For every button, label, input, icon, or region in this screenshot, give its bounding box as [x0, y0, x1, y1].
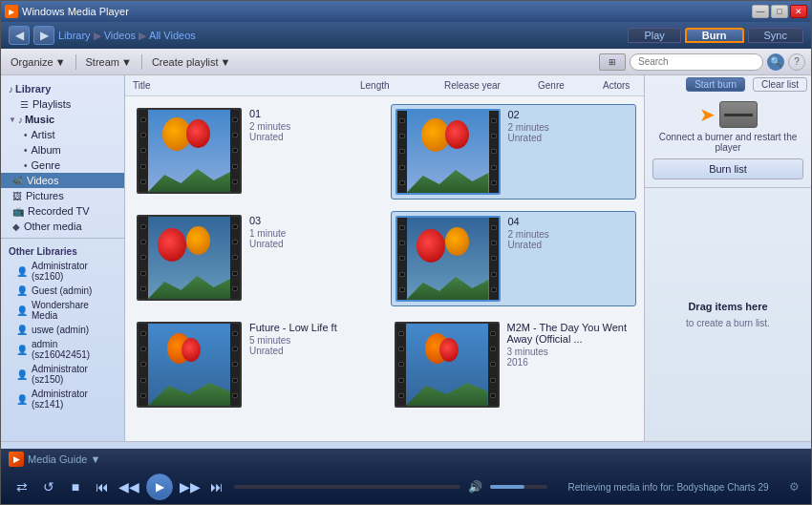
breadcrumb-library[interactable]: Library [58, 30, 91, 41]
forward-button[interactable]: ▶ [33, 26, 54, 45]
play-tab[interactable]: Play [628, 28, 680, 43]
sidebar-item-artist[interactable]: • Artist [1, 127, 124, 142]
sidebar-item-wondershare[interactable]: 👤 Wondershare Media [1, 298, 124, 323]
artist-icon: • [24, 130, 28, 140]
film-image-2 [407, 111, 489, 193]
film-hole [140, 347, 146, 351]
stream-button[interactable]: Stream ▼ [82, 54, 136, 70]
film-hole [399, 134, 405, 138]
burn-connect-area: ➤ Connect a burner and restart the playe… [645, 94, 811, 188]
create-playlist-button[interactable]: Create playlist ▼ [148, 54, 235, 70]
main-content: ♪ Library ☰ Playlists ▼ ♪ Music • Artist… [1, 75, 811, 441]
burn-list-button[interactable]: Burn list [652, 158, 803, 179]
prev-frame-button[interactable]: ◀◀ [119, 477, 139, 496]
sidebar-item-album[interactable]: • Album [1, 142, 124, 158]
clear-list-button[interactable]: Clear list [753, 77, 807, 92]
scrollbar-horizontal[interactable] [1, 441, 811, 449]
col-actors[interactable]: Actors [603, 80, 644, 91]
admin-sz150-label: Administrator (sz150) [32, 364, 117, 385]
sidebar-item-library[interactable]: ♪ Library [1, 79, 124, 96]
sync-tab[interactable]: Sync [748, 28, 803, 43]
burn-tab[interactable]: Burn [685, 28, 744, 43]
sidebar-item-videos[interactable]: 📹 Videos [1, 173, 124, 188]
maximize-button[interactable]: □ [771, 5, 788, 18]
balloon-2 [445, 120, 469, 149]
mute-icon[interactable]: 🔊 [468, 480, 482, 494]
film-holes-left-4 [397, 218, 407, 300]
video-item-5[interactable]: Future - Low Life ft 5 minutes Unrated [133, 318, 379, 411]
pictures-icon: 🖼 [12, 191, 22, 201]
breadcrumb-all-videos[interactable]: All Videos [149, 30, 196, 41]
minimize-button[interactable]: — [752, 5, 769, 18]
media-guide-bar: ▶ Media Guide ▼ [1, 449, 811, 470]
app-icon: ▶ [5, 5, 18, 18]
film-hole [399, 287, 405, 292]
sidebar-item-music[interactable]: ▼ ♪ Music [1, 112, 124, 127]
shuffle-button[interactable]: ⇄ [12, 477, 32, 496]
sidebar-item-playlists[interactable]: ☰ Playlists [1, 96, 124, 112]
video-meta-4: 2 minutes Unrated [508, 229, 632, 250]
person-icon-1: 👤 [16, 266, 28, 277]
admin-sz160-label: Administrator (sz160) [32, 261, 117, 282]
music-icon: ♪ [18, 115, 23, 125]
video-item-6[interactable]: M2M - The Day You Went Away (Official ..… [391, 318, 637, 411]
toolbar: Organize ▼ Stream ▼ Create playlist ▼ ⊞ … [1, 49, 811, 75]
volume-slider[interactable] [490, 485, 547, 489]
repeat-button[interactable]: ↺ [39, 477, 58, 496]
view-options-button[interactable]: ⊞ [599, 53, 626, 71]
start-burn-button[interactable]: Start burn [686, 77, 745, 92]
col-length[interactable]: Length [360, 80, 437, 91]
col-release[interactable]: Release year [444, 80, 530, 91]
film-hole [490, 347, 496, 351]
sidebar-item-uswe[interactable]: 👤 uswe (admin) [1, 323, 124, 337]
sidebar-item-guest[interactable]: 👤 Guest (admin) [1, 284, 124, 298]
progress-bar[interactable] [234, 485, 460, 489]
help-button[interactable]: ? [788, 53, 805, 71]
video-item-3[interactable]: 03 1 minute Unrated [133, 211, 379, 306]
sidebar-item-genre[interactable]: • Genre [1, 158, 124, 173]
settings-icon[interactable]: ⚙ [789, 480, 800, 494]
video-info-2: 02 2 minutes Unrated [508, 109, 632, 143]
film-hole [232, 393, 238, 398]
other-libraries-header[interactable]: Other Libraries [1, 242, 124, 259]
burner-icon-group: ➤ [699, 101, 758, 128]
back-button[interactable]: ◀ [9, 26, 30, 45]
organize-button[interactable]: Organize ▼ [7, 54, 70, 70]
next-frame-button[interactable]: ▶▶ [181, 477, 200, 496]
video-item-2[interactable]: 02 2 minutes Unrated [391, 104, 637, 200]
media-guide-button[interactable]: Media Guide ▼ [28, 453, 100, 465]
album-label: Album [32, 144, 61, 156]
sidebar-item-recorded-tv[interactable]: 📺 Recorded TV [1, 203, 124, 219]
close-button[interactable]: ✕ [790, 5, 807, 18]
film-hole [140, 271, 146, 276]
film-strip-2 [395, 109, 501, 195]
video-info-1: 01 2 minutes Unrated [249, 108, 375, 142]
video-item-1[interactable]: 01 2 minutes Unrated [133, 104, 379, 200]
col-title[interactable]: Title [133, 80, 353, 91]
volume-fill [490, 485, 524, 489]
sidebar-item-admin-sz160[interactable]: 👤 Administrator (sz160) [1, 259, 124, 284]
other-media-label: Other media [24, 221, 82, 232]
breadcrumb-videos[interactable]: Videos [104, 30, 136, 41]
film-hole [140, 393, 146, 398]
col-genre[interactable]: Genre [538, 80, 595, 91]
next-button[interactable]: ⏭ [207, 477, 226, 496]
play-pause-button[interactable]: ▶ [146, 473, 173, 500]
sidebar-item-admin-sz141[interactable]: 👤 Administrator (sz141) [1, 387, 124, 411]
film-hole [399, 165, 405, 170]
sidebar-item-pictures[interactable]: 🖼 Pictures [1, 188, 124, 203]
balloon-2 [186, 226, 210, 255]
toolbar-sep-2 [141, 54, 142, 70]
search-button[interactable]: 🔍 [767, 53, 784, 71]
film-holes-right-1 [230, 110, 240, 192]
stop-button[interactable]: ■ [66, 477, 85, 496]
sidebar-item-admin-sz150[interactable]: 👤 Administrator (sz150) [1, 362, 124, 387]
film-hole [491, 149, 497, 154]
search-input[interactable] [630, 53, 763, 71]
prev-button[interactable]: ⏮ [93, 477, 112, 496]
video-item-4[interactable]: 04 2 minutes Unrated [391, 211, 637, 306]
video-meta-3: 1 minute Unrated [249, 228, 375, 249]
sidebar-item-admin-sz16[interactable]: 👤 admin (sz16042451) [1, 337, 124, 362]
sidebar-item-other-media[interactable]: ◆ Other media [1, 219, 124, 234]
film-hole [140, 378, 146, 383]
